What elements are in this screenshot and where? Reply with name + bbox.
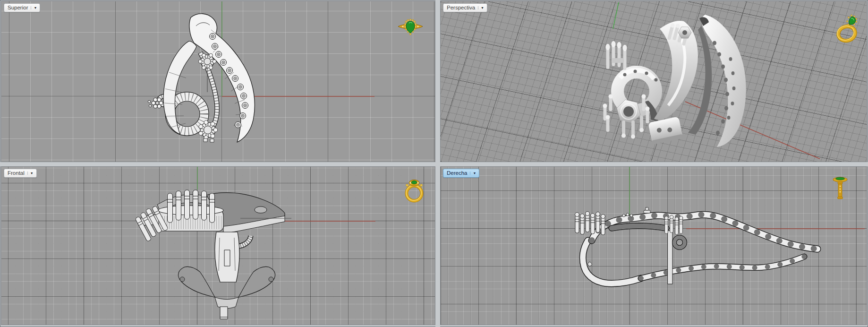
jewelry-model-wireframe [575,207,818,284]
viewport-title-superior: Superior [8,5,28,10]
viewport-tab-frontal[interactable]: Frontal ▼ [4,169,37,178]
jewelry-model-wireframe [148,14,255,142]
ring-preview-front-icon [401,175,427,205]
viewport-splitter-horizontal[interactable] [0,162,868,166]
viewport-workspace: Superior ▼ [0,0,868,327]
viewport-title-frontal: Frontal [8,170,25,176]
viewport-frontal[interactable]: Frontal ▼ [1,166,435,325]
viewport-menu-dropdown-icon[interactable]: ▼ [478,6,484,9]
model-top-view [1,1,435,162]
ring-preview-perspective-icon [834,12,863,48]
viewport-menu-dropdown-icon[interactable]: ▼ [27,172,34,175]
viewport-derecha[interactable]: Derecha ▼ [440,166,867,325]
viewport-title-derecha: Derecha [447,170,467,176]
viewport-perspectiva[interactable]: Perspectiva ▼ [440,1,867,162]
viewport-menu-dropdown-icon[interactable]: ▼ [31,6,37,9]
model-right-view [441,167,867,325]
viewport-superior[interactable]: Superior ▼ [1,1,435,162]
ring-preview-side-icon [827,173,853,204]
viewport-title-perspectiva: Perspectiva [447,5,475,10]
viewport-tab-superior[interactable]: Superior ▼ [4,3,40,12]
viewport-menu-dropdown-icon[interactable]: ▼ [470,172,476,175]
model-perspective-view [441,1,867,162]
viewport-tab-derecha[interactable]: Derecha ▼ [443,169,479,178]
jewelry-model-wireframe [134,190,291,319]
model-front-view [1,167,435,325]
viewport-tab-perspectiva[interactable]: Perspectiva ▼ [443,3,487,12]
jewelry-model-shaded [603,15,746,147]
ring-preview-top-icon [397,14,424,41]
